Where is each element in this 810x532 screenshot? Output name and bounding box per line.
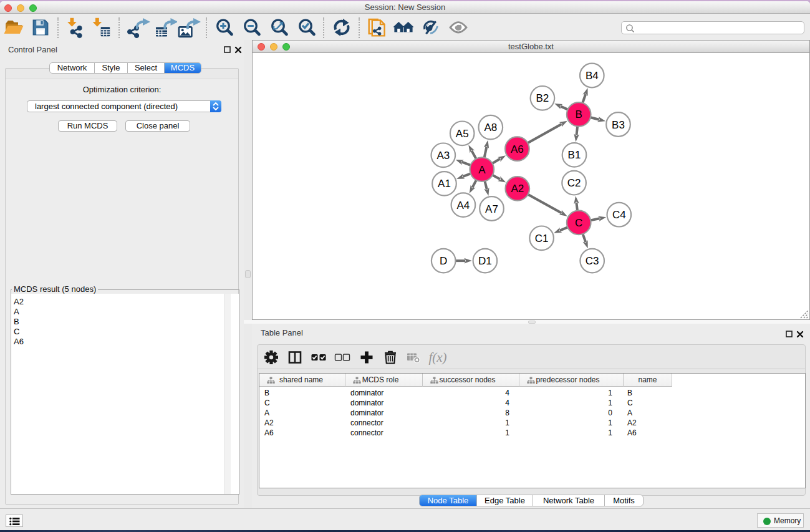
svg-text:A: A (478, 164, 486, 176)
svg-text:C1: C1 (535, 233, 549, 244)
svg-text:B: B (576, 109, 582, 120)
svg-text:B1: B1 (568, 149, 581, 161)
svg-text:A5: A5 (456, 128, 469, 140)
svg-text:A3: A3 (436, 150, 450, 162)
svg-text:f(x): f(x) (428, 350, 446, 365)
svg-text:C2: C2 (567, 177, 581, 189)
svg-text:A6: A6 (511, 143, 524, 155)
svg-text:C3: C3 (586, 255, 599, 267)
svg-text:C: C (575, 217, 582, 229)
svg-text:B2: B2 (536, 92, 549, 104)
svg-text:D1: D1 (478, 255, 492, 267)
svg-text:D: D (440, 255, 447, 267)
svg-text:A1: A1 (438, 178, 451, 190)
svg-text:A8: A8 (484, 122, 497, 133)
svg-text:B4: B4 (586, 70, 599, 82)
svg-text:B3: B3 (612, 119, 625, 131)
svg-text:A4: A4 (457, 200, 470, 211)
svg-text:A2: A2 (511, 183, 524, 195)
svg-text:A7: A7 (485, 203, 498, 215)
svg-text:C4: C4 (612, 209, 626, 221)
